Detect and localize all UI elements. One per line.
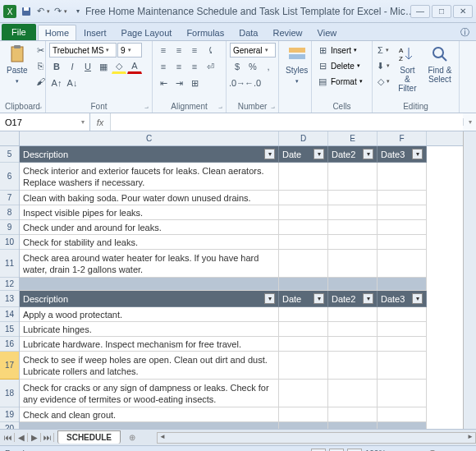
cell[interactable] bbox=[279, 278, 328, 291]
align-left-icon[interactable]: ≡ bbox=[156, 59, 171, 74]
filter-icon[interactable]: ▾ bbox=[412, 293, 423, 304]
number-format-select[interactable]: General bbox=[230, 43, 276, 58]
cell[interactable] bbox=[328, 250, 378, 278]
vertical-scrollbar[interactable] bbox=[463, 131, 476, 429]
row-header[interactable]: 7 bbox=[0, 191, 19, 205]
row-header[interactable]: 6 bbox=[0, 163, 19, 191]
cell[interactable] bbox=[279, 205, 328, 220]
cell[interactable] bbox=[279, 220, 328, 235]
help-icon[interactable]: ⓘ bbox=[460, 26, 469, 39]
format-cells-button[interactable]: ▤Format▾ bbox=[315, 74, 363, 89]
cell[interactable]: Date3▾ bbox=[378, 146, 427, 163]
tab-home[interactable]: Home bbox=[38, 25, 76, 40]
cell[interactable] bbox=[328, 163, 378, 191]
save-icon[interactable] bbox=[19, 4, 34, 19]
maximize-button[interactable]: □ bbox=[432, 5, 451, 18]
qat-customize-icon[interactable]: ▾ bbox=[71, 4, 85, 19]
filter-icon[interactable]: ▾ bbox=[363, 149, 373, 159]
cell[interactable]: Check interior and exterior faucets for … bbox=[20, 163, 279, 191]
cell[interactable]: Check for cracks or any sign of dampness… bbox=[20, 380, 279, 407]
increase-decimal-icon[interactable]: .0→ bbox=[230, 76, 245, 90]
tab-prev-icon[interactable]: ◀ bbox=[15, 433, 28, 442]
tab-data[interactable]: Data bbox=[231, 25, 265, 40]
merge-icon[interactable]: ⊞ bbox=[187, 76, 202, 90]
cell[interactable] bbox=[328, 380, 378, 407]
filter-icon[interactable]: ▾ bbox=[314, 293, 324, 304]
filter-icon[interactable]: ▾ bbox=[363, 293, 373, 304]
percent-icon[interactable]: % bbox=[245, 59, 260, 74]
filter-icon[interactable]: ▾ bbox=[264, 149, 275, 159]
delete-cells-button[interactable]: ⊟Delete▾ bbox=[315, 58, 360, 73]
filter-icon[interactable]: ▾ bbox=[264, 293, 275, 304]
cell[interactable] bbox=[378, 250, 427, 278]
cell[interactable] bbox=[378, 422, 427, 429]
increase-indent-icon[interactable]: ⇥ bbox=[172, 76, 186, 90]
cell[interactable]: Lubricate hinges. bbox=[20, 322, 279, 337]
decrease-decimal-icon[interactable]: ←.0 bbox=[245, 76, 260, 90]
row-header[interactable]: 16 bbox=[0, 337, 19, 352]
bold-button[interactable]: B bbox=[49, 59, 64, 74]
underline-button[interactable]: U bbox=[80, 59, 95, 74]
formula-bar[interactable] bbox=[110, 113, 463, 131]
font-size-select[interactable]: 9 bbox=[117, 43, 142, 58]
cell[interactable] bbox=[328, 307, 378, 322]
orientation-icon[interactable]: ⤹ bbox=[203, 43, 217, 58]
tab-last-icon[interactable]: ⏭ bbox=[41, 433, 54, 442]
cell[interactable] bbox=[328, 278, 378, 291]
grow-font-icon[interactable]: A↑ bbox=[49, 76, 64, 90]
cell[interactable]: Date2▾ bbox=[328, 146, 378, 163]
tab-page-layout[interactable]: Page Layout bbox=[114, 25, 180, 40]
fill-icon[interactable]: ⬇ bbox=[376, 58, 391, 73]
minimize-button[interactable]: — bbox=[410, 5, 430, 18]
row-header[interactable]: 10 bbox=[0, 235, 19, 250]
border-button[interactable]: ▦ bbox=[96, 59, 111, 74]
fx-icon[interactable]: fx bbox=[90, 117, 110, 127]
align-bottom-icon[interactable]: ≡ bbox=[187, 43, 202, 58]
redo-icon[interactable]: ↷ bbox=[53, 4, 68, 19]
cell[interactable] bbox=[378, 163, 427, 191]
cell[interactable] bbox=[378, 307, 427, 322]
cell[interactable]: Check for stability and leaks. bbox=[20, 235, 279, 250]
horizontal-scrollbar[interactable] bbox=[157, 432, 476, 444]
row-header[interactable]: 5 bbox=[0, 146, 19, 163]
cell[interactable] bbox=[279, 191, 328, 205]
row-header[interactable]: 13 bbox=[0, 291, 19, 307]
cell[interactable] bbox=[328, 407, 378, 422]
find-select-button[interactable]: Find & Select bbox=[424, 43, 455, 85]
tab-insert[interactable]: Insert bbox=[76, 25, 114, 40]
font-name-select[interactable]: Trebuchet MS bbox=[49, 43, 117, 58]
normal-view-icon[interactable]: ▦ bbox=[311, 449, 326, 452]
row-header[interactable]: 15 bbox=[0, 322, 19, 337]
filter-icon[interactable]: ▾ bbox=[314, 149, 324, 159]
column-header-E[interactable]: E bbox=[328, 131, 378, 145]
clear-icon[interactable]: ◇ bbox=[376, 74, 391, 89]
cell[interactable] bbox=[279, 163, 328, 191]
tab-first-icon[interactable]: ⏮ bbox=[2, 433, 15, 442]
row-header[interactable]: 9 bbox=[0, 220, 19, 235]
styles-button[interactable]: Styles ▾ bbox=[282, 43, 311, 87]
shrink-font-icon[interactable]: A↓ bbox=[65, 76, 80, 90]
decrease-indent-icon[interactable]: ⇤ bbox=[156, 76, 171, 90]
wrap-text-icon[interactable]: ⏎ bbox=[203, 59, 217, 74]
cell[interactable]: Check under and around for leaks. bbox=[20, 220, 279, 235]
row-header[interactable]: 20 bbox=[0, 422, 19, 429]
cell[interactable] bbox=[378, 407, 427, 422]
close-button[interactable]: ✕ bbox=[453, 5, 473, 18]
page-layout-view-icon[interactable]: ▭ bbox=[329, 449, 344, 452]
sheet-tab-schedule[interactable]: SCHEDULE bbox=[57, 430, 121, 444]
page-break-view-icon[interactable]: ⊞ bbox=[347, 449, 362, 452]
column-header-F[interactable]: F bbox=[378, 131, 427, 145]
column-header-D[interactable]: D bbox=[279, 131, 328, 145]
tab-view[interactable]: View bbox=[310, 25, 345, 40]
cell[interactable]: Inspect visible pipes for leaks. bbox=[20, 205, 279, 220]
cell[interactable] bbox=[279, 250, 328, 278]
cell[interactable] bbox=[20, 422, 279, 429]
cell[interactable]: Check to see if weep holes are open. Cle… bbox=[20, 352, 279, 380]
cell[interactable] bbox=[328, 235, 378, 250]
cell[interactable] bbox=[378, 191, 427, 205]
cell[interactable] bbox=[279, 380, 328, 407]
cell[interactable] bbox=[279, 352, 328, 380]
cell[interactable] bbox=[279, 235, 328, 250]
autosum-icon[interactable]: Σ bbox=[376, 43, 391, 58]
cell[interactable] bbox=[378, 352, 427, 380]
